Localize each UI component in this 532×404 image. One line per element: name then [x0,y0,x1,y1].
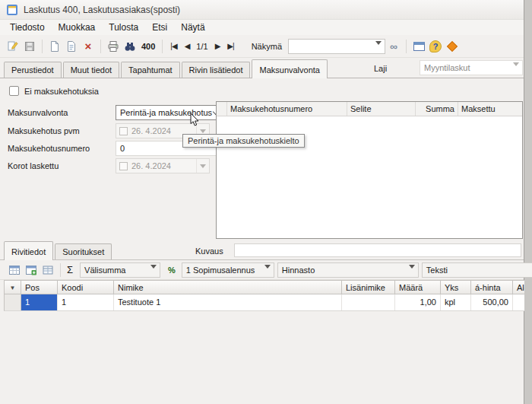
col-yks[interactable]: Yks [441,280,471,294]
col-koodi[interactable]: Koodi [58,280,114,294]
copy-document-icon [65,40,78,52]
col-nimike[interactable]: Nimike [114,280,342,294]
subtotal-value: Välisumma [81,263,160,277]
grid-icon [42,264,54,276]
print-button[interactable] [105,38,122,55]
no-reminders-label: Ei maksukehotuksia [24,87,99,96]
first-record-button[interactable]: |◀ [166,42,180,50]
col-ale[interactable]: Ale% [513,280,524,294]
toolbar-separator [60,263,61,277]
filter-marker-icon[interactable]: ▼ [5,280,21,294]
help-button[interactable]: ? [427,38,444,55]
col-summa[interactable]: Summa [416,102,458,116]
tab-rivitiedot[interactable]: Rivitiedot [4,241,53,260]
col-maksukehotusnumero[interactable]: Maksukehotusnumero [227,102,347,116]
grid-row[interactable]: 1 1 Testituote 1 1,00 kpl 500,00 [4,294,524,311]
add-row-button[interactable] [23,262,40,278]
discount-value: 1 Sopimusalennus [182,263,274,277]
payment-table-header: Maksukehotusnumero Selite Summa Maksettu [217,102,522,116]
main-tabstrip: Perustiedot Muut tiedot Tapahtumat Rivin… [0,58,524,78]
tab-perustiedot[interactable]: Perustiedot [4,62,62,78]
subtotal-combobox[interactable]: Välisumma [80,262,160,278]
laji-combobox[interactable]: Myyntilaskut [420,60,523,75]
next-record-button[interactable]: ▶ [211,42,224,50]
toolbar-separator [100,40,101,53]
view-combobox[interactable] [288,39,385,54]
chevron-down-icon[interactable] [375,45,382,59]
col-maara[interactable]: Määrä [395,280,441,294]
tab-suoritukset[interactable]: Suoritukset [55,243,112,259]
pricelist-combobox[interactable]: Hinnasto [277,262,419,278]
copy-document-button[interactable] [63,38,80,55]
row-marker[interactable] [5,294,21,310]
monitoring-combobox[interactable]: Perintä-ja maksukehotus [116,105,225,120]
reminder-number-value: 0 [120,144,125,153]
mouse-cursor-icon [190,113,199,130]
menubar: Tiedosto Muokkaa Tulosta Etsi Näytä [0,20,524,35]
pricelist-value: Hinnasto [278,263,418,277]
table-icon [8,264,21,276]
menu-nayta[interactable]: Näytä [174,21,211,34]
cell-nimike[interactable]: Testituote 1 [114,294,342,310]
menu-etsi[interactable]: Etsi [145,21,174,34]
cell-koodi[interactable]: 1 [58,294,114,310]
rows-grid: ▼ Pos Koodi Nimike Lisänimike Määrä Yks … [4,280,524,404]
tab-maksunvalvonta[interactable]: Maksunvalvonta [252,59,328,78]
cell-lisanimike[interactable] [342,294,395,310]
reminder-date-checkbox[interactable] [119,127,128,135]
text-value: Teksti [423,263,532,277]
maksunvalvonta-panel: Ei maksukehotuksia Maksunvalvonta Perint… [0,78,524,240]
new-document-button[interactable] [46,38,63,55]
cell-a-hinta[interactable]: 500,00 [471,294,513,310]
save-button[interactable] [21,38,38,55]
tab-tapahtumat[interactable]: Tapahtumat [121,62,179,78]
menu-tiedosto[interactable]: Tiedosto [3,21,52,34]
laji-value: Myyntilaskut [420,61,522,75]
link-button[interactable]: ∞ [385,38,402,55]
link-icon: ∞ [390,41,397,52]
discount-combobox[interactable]: 1 Sopimusalennus [182,262,274,278]
text-combobox[interactable]: Teksti [422,262,532,278]
insert-row-button[interactable] [6,262,23,278]
search-button[interactable] [122,38,138,55]
diamond-icon [447,40,458,51]
edit-icon [7,40,19,52]
kuvaus-input[interactable] [234,243,521,257]
window-button[interactable] [410,38,427,55]
menu-muokkaa[interactable]: Muokkaa [52,21,103,34]
last-record-button[interactable]: ▶| [223,42,237,50]
tab-rivin-lisatiedot[interactable]: Rivin lisätiedot [182,62,251,78]
save-icon [24,40,36,52]
col-maksettu[interactable]: Maksettu [458,102,522,116]
toolbar: × 400 |◀ [0,35,524,58]
help-icon: ? [429,40,442,52]
reminder-date-row: Maksukehotus pvm 26. 4.2024 [8,123,210,138]
brand-button[interactable] [444,38,461,55]
monitoring-label: Maksunvalvonta [8,108,116,117]
no-reminders-checkbox[interactable] [9,86,19,96]
percent-button[interactable]: % [168,266,176,275]
col-lisanimike[interactable]: Lisänimike [342,280,395,294]
edit-document-button[interactable] [5,38,21,55]
cell-pos[interactable]: 1 [21,294,58,310]
desktop: Laskutus 400, Laskutusasiakas(sposti) Ti… [0,0,532,404]
cell-maara[interactable]: 1,00 [395,294,441,310]
printer-icon [107,40,119,52]
cell-yks[interactable]: kpl [441,294,471,310]
interest-date-checkbox[interactable] [119,162,128,170]
col-a-hinta[interactable]: á-hinta [471,280,513,294]
col-selite[interactable]: Selite [347,102,416,116]
delete-button[interactable]: × [80,38,97,55]
col-pos[interactable]: Pos [21,280,58,294]
menu-tulosta[interactable]: Tulosta [102,21,145,34]
tab-muut-tiedot[interactable]: Muut tiedot [63,62,119,78]
cell-ale[interactable] [513,294,524,310]
titlebar[interactable]: Laskutus 400, Laskutusasiakas(sposti) [0,0,524,20]
calendar-dropdown-icon[interactable] [196,159,209,173]
laji-label: Laji [374,64,387,73]
window-icon [413,42,425,51]
previous-record-button[interactable]: ◀ [181,42,194,50]
sum-icon[interactable]: Σ [65,264,75,275]
grid-view-button[interactable] [40,262,56,278]
interest-date-field[interactable]: 26. 4.2024 [116,158,210,173]
